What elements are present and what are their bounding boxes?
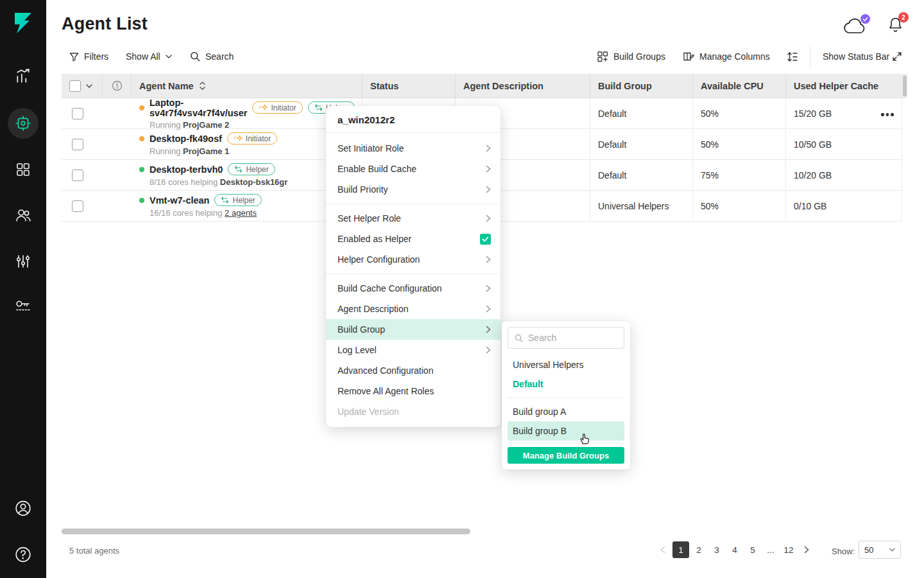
agent-subtext: 8/16 cores helping Desktop-bsk16gr: [150, 177, 287, 187]
search-icon: [190, 51, 200, 62]
subtext-target: Desktop-bsk16gr: [220, 177, 287, 187]
key-icon: [15, 299, 31, 314]
sidebar-item-settings[interactable]: [15, 253, 31, 270]
page-size-value: 50: [864, 545, 873, 555]
submenu-divider: [508, 398, 624, 398]
chevron-right-icon: [804, 546, 809, 554]
show-status-bar-button[interactable]: Show Status Bar: [823, 48, 889, 65]
sidebar-item-dashboard[interactable]: [15, 67, 31, 84]
page-button-5[interactable]: 5: [744, 541, 761, 558]
menu-item-enabled-as-helper[interactable]: Enabled as Helper: [326, 229, 501, 249]
chevron-down-icon: [889, 548, 895, 552]
page-button-2[interactable]: 2: [690, 541, 707, 558]
chevron-right-icon: [486, 165, 491, 173]
build-group-option-a[interactable]: Build group A: [508, 402, 624, 421]
row-checkbox[interactable]: [72, 108, 83, 119]
agent-subtext: Running ProjGame 2: [150, 120, 229, 130]
helped-agents-link[interactable]: 2 agents: [225, 208, 257, 218]
checked-checkbox[interactable]: [480, 234, 491, 245]
sidebar-item-users[interactable]: [15, 207, 31, 223]
prev-page-button[interactable]: [654, 541, 671, 558]
build-groups-button[interactable]: Build Groups: [597, 48, 665, 65]
subtext-project: ProjGame 2: [183, 120, 229, 130]
row-actions-kebab[interactable]: [881, 113, 894, 116]
help-button[interactable]: [15, 546, 31, 563]
build-group-option-universal-helpers[interactable]: Universal Helpers: [508, 355, 624, 374]
sidebar-item-views[interactable]: [15, 161, 31, 178]
page-button-1[interactable]: 1: [672, 541, 689, 558]
alerts-column-header[interactable]: [103, 74, 132, 98]
search-button[interactable]: Search: [190, 48, 234, 65]
build-group-option-default[interactable]: Default: [508, 374, 624, 394]
initiator-badge: Initiator: [252, 101, 302, 114]
cache-cell: 0/10 GB: [786, 191, 902, 221]
check-icon: [862, 17, 868, 22]
row-checkbox[interactable]: [72, 139, 83, 150]
menu-item-label: Remove All Agent Roles: [338, 386, 434, 396]
sort-arrows-icon[interactable]: [199, 81, 206, 91]
column-header-agent-name[interactable]: Agent Name: [132, 74, 363, 98]
manage-build-groups-button[interactable]: Manage Build Groups: [508, 447, 624, 464]
page-button-3[interactable]: 3: [708, 541, 725, 558]
user-avatar[interactable]: [15, 500, 31, 516]
notifications-button[interactable]: 2: [888, 17, 903, 35]
select-menu-chevron-icon[interactable]: [86, 84, 92, 88]
horizontal-scrollbar-thumb[interactable]: [62, 529, 470, 534]
sidebar-item-agents[interactable]: [8, 108, 38, 139]
next-page-button[interactable]: [798, 541, 815, 558]
search-icon: [515, 333, 523, 343]
menu-item-build-cache-configuration[interactable]: Build Cache Configuration: [326, 278, 501, 299]
menu-item-set-helper-role[interactable]: Set Helper Role: [326, 208, 501, 229]
sidebar-item-licenses[interactable]: [15, 298, 31, 315]
menu-item-set-initiator-role[interactable]: Set Initiator Role: [326, 138, 501, 159]
menu-item-enable-build-cache[interactable]: Enable Build Cache: [326, 159, 501, 179]
menu-item-helper-configuration[interactable]: Helper Configuration: [326, 249, 501, 270]
cloud-status-button[interactable]: [843, 18, 868, 36]
menu-divider: [326, 204, 501, 204]
page-title: Agent List: [62, 14, 148, 34]
filters-button[interactable]: Filters: [69, 48, 108, 65]
column-header-build-group[interactable]: Build Group: [590, 74, 693, 98]
search-input[interactable]: [528, 333, 617, 343]
row-checkbox[interactable]: [72, 170, 83, 181]
row-alert-cell: [103, 191, 132, 221]
row-alert-cell: [103, 98, 132, 128]
status-dot: [139, 198, 144, 203]
show-all-dropdown[interactable]: Show All: [126, 48, 172, 65]
chart-icon: [15, 67, 31, 84]
vertical-scrollbar-thumb[interactable]: [903, 76, 907, 96]
menu-item-advanced-configuration[interactable]: Advanced Configuration: [326, 360, 501, 381]
app-logo[interactable]: [0, 0, 46, 46]
menu-item-agent-description[interactable]: Agent Description: [326, 299, 501, 319]
pagination: 1 2 3 4 5 ... 12: [654, 541, 815, 558]
menu-item-label: Build Cache Configuration: [338, 283, 442, 293]
menu-item-label: Advanced Configuration: [338, 365, 433, 376]
select-all-checkbox[interactable]: [69, 80, 81, 92]
column-header-cache[interactable]: Used Helper Cache: [786, 74, 902, 98]
row-density-button[interactable]: [787, 48, 798, 65]
column-header-description[interactable]: Agent Description: [456, 74, 590, 98]
menu-item-remove-all-agent-roles[interactable]: Remove All Agent Roles: [326, 381, 501, 401]
page-size-select[interactable]: 50: [859, 541, 901, 559]
menu-item-log-level[interactable]: Log Level: [326, 340, 501, 360]
page-button-12[interactable]: 12: [780, 541, 797, 558]
row-checkbox[interactable]: [72, 200, 83, 212]
build-group-search[interactable]: [508, 327, 624, 349]
expand-button[interactable]: [892, 48, 902, 65]
badge-label: Initiator: [246, 134, 271, 143]
menu-item-build-group[interactable]: Build Group: [326, 319, 501, 340]
subtext-project: ProjGame 1: [183, 146, 229, 156]
column-header-status[interactable]: Status: [363, 74, 456, 98]
check-icon: [482, 236, 489, 242]
manage-columns-button[interactable]: Manage Columns: [683, 48, 770, 65]
page-button-4[interactable]: 4: [726, 541, 743, 558]
agents-icon: [15, 115, 31, 132]
column-header-cpu[interactable]: Available CPU: [693, 74, 786, 98]
build-group-cell: Default: [590, 129, 693, 159]
initiator-icon: [259, 104, 268, 111]
total-agents-label: 5 total agents: [69, 546, 119, 556]
menu-item-build-priority[interactable]: Build Priority: [326, 179, 501, 200]
filter-icon: [69, 52, 79, 62]
build-group-option-b[interactable]: Build group B: [508, 421, 624, 441]
subtext-prefix: 8/16 cores helping: [150, 177, 220, 187]
